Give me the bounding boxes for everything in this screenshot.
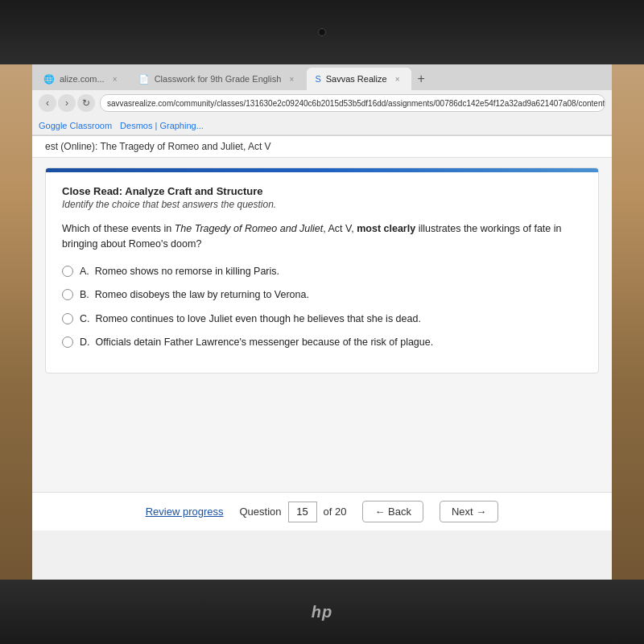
question-bold: most clearly (357, 223, 415, 234)
tab-savvas[interactable]: S Savvas Realize × (307, 68, 411, 90)
bottom-bezel: hp (0, 580, 644, 644)
forward-nav-button[interactable]: › (58, 94, 76, 112)
next-button[interactable]: Next → (440, 501, 498, 522)
camera (318, 28, 326, 36)
choice-label-a: A. Romeo shows no remorse in killing Par… (80, 265, 279, 279)
bookmark-desmos[interactable]: Desmos | Graphing... (120, 121, 204, 130)
question-italic: The Tragedy of Romeo and Juliet (175, 223, 324, 234)
page-title-bar: est (Online): The Tragedy of Romeo and J… (32, 136, 612, 158)
tab-icon-3: S (315, 74, 320, 84)
top-bezel (0, 0, 644, 64)
screen: 🌐 alize.com... × 📄 Classwork for 9th Gra… (32, 64, 612, 580)
address-text: savvasrealize.com/community/classes/1316… (107, 99, 605, 108)
back-nav-button[interactable]: ‹ (39, 94, 56, 112)
question-nav: Question of 20 (240, 502, 347, 522)
radio-b[interactable] (62, 289, 73, 300)
tab-bar: 🌐 alize.com... × 📄 Classwork for 9th Gra… (32, 64, 612, 90)
section-subtitle: Identify the choice that best answers th… (62, 199, 582, 210)
bookmarks-bar: Goggle Classroom Desmos | Graphing... (32, 116, 612, 135)
review-progress-button[interactable]: Review progress (146, 506, 224, 518)
choice-label-c: C. Romeo continues to love Juliet even t… (80, 312, 421, 327)
tab-icon-1: 🌐 (43, 74, 55, 85)
tab-close-3[interactable]: × (392, 73, 403, 85)
tab-label-3: Savvas Realize (326, 74, 387, 84)
choice-row-d: D. Officials detain Father Lawrence's me… (62, 336, 582, 350)
page-title: est (Online): The Tragedy of Romeo and J… (45, 141, 271, 152)
question-text: Which of these events in The Tragedy of … (62, 221, 582, 252)
nav-buttons: ‹ › ↻ (39, 94, 95, 112)
radio-c[interactable] (62, 313, 73, 324)
question-area: Close Read: Analyze Craft and Structure … (45, 167, 599, 374)
tab-close-1[interactable]: × (109, 73, 121, 85)
page-content: est (Online): The Tragedy of Romeo and J… (32, 136, 612, 530)
browser-chrome: 🌐 alize.com... × 📄 Classwork for 9th Gra… (32, 64, 612, 136)
tab-icon-2: 📄 (138, 74, 150, 85)
bookmark-google-classroom[interactable]: Goggle Classroom (39, 121, 112, 130)
radio-d[interactable] (62, 336, 73, 348)
choice-label-d: D. Officials detain Father Lawrence's me… (80, 336, 433, 350)
choice-row-b: B. Romeo disobeys the law by returning t… (62, 288, 582, 303)
laptop-background: 🌐 alize.com... × 📄 Classwork for 9th Gra… (0, 0, 644, 644)
question-middle: , Act V, (323, 223, 357, 234)
choice-row-a: A. Romeo shows no remorse in killing Par… (62, 265, 582, 279)
radio-a[interactable] (62, 266, 73, 277)
tab-alize[interactable]: 🌐 alize.com... × (35, 68, 129, 90)
new-tab-button[interactable]: + (413, 68, 430, 90)
refresh-button[interactable]: ↻ (77, 94, 95, 112)
question-body: Close Read: Analyze Craft and Structure … (46, 172, 598, 373)
tab-label-1: alize.com... (60, 74, 105, 84)
tab-classwork[interactable]: 📄 Classwork for 9th Grade English × (130, 68, 306, 90)
question-prefix: Which of these events in (62, 223, 175, 234)
address-bar[interactable]: savvasrealize.com/community/classes/1316… (100, 94, 605, 112)
tab-close-2[interactable]: × (286, 73, 297, 85)
hp-logo: hp (312, 603, 332, 621)
back-button[interactable]: ← Back (362, 501, 423, 522)
question-nav-label: Question (240, 506, 282, 518)
bookmark-label-2: Desmos | Graphing... (120, 121, 204, 130)
section-title: Close Read: Analyze Craft and Structure (62, 185, 582, 197)
bottom-navigation: Review progress Question of 20 ← Back Ne… (32, 492, 612, 530)
choice-label-b: B. Romeo disobeys the law by returning t… (80, 288, 309, 303)
of-total-label: of 20 (324, 506, 347, 518)
bookmark-label-1: Goggle Classroom (39, 121, 112, 130)
question-number-input[interactable] (288, 502, 317, 522)
choice-row-c: C. Romeo continues to love Juliet even t… (62, 312, 582, 327)
address-bar-row: ‹ › ↻ savvasrealize.com/community/classe… (32, 90, 612, 116)
tab-label-2: Classwork for 9th Grade English (155, 74, 282, 84)
